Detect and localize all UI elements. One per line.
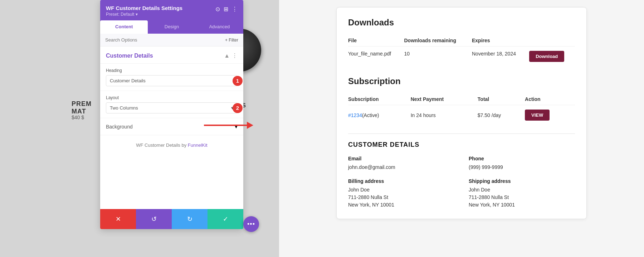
product-name: PREM MAT: [72, 100, 92, 115]
product-price: $40 $: [72, 115, 84, 120]
more-icon[interactable]: ⋮: [232, 6, 238, 13]
tab-design[interactable]: Design: [148, 20, 195, 34]
heading-field-group: Heading Customer Details 1: [100, 64, 243, 91]
redo-button[interactable]: ↻: [172, 209, 208, 229]
filter-button[interactable]: + Filter: [225, 38, 238, 43]
download-cell: Download: [529, 47, 575, 67]
subscription-link[interactable]: #1234: [348, 112, 362, 118]
panel-footer: WF Customer Details by FunnelKit: [100, 135, 243, 155]
panel-title-group: WF Customer Details Settings Preset: Def…: [106, 5, 182, 17]
tab-advanced[interactable]: Advanced: [196, 20, 243, 34]
subscription-id-cell: #1234(Active): [348, 105, 411, 125]
section-more-icon[interactable]: ⋮: [232, 52, 238, 59]
section-title: Customer Details: [106, 53, 153, 59]
shipping-value: John Doe 711-2880 Nulla St New York, NY …: [469, 186, 575, 209]
col-action-dl: [529, 35, 575, 47]
billing-value: John Doe 711-2880 Nulla St New York, NY …: [348, 186, 454, 209]
focus-icon[interactable]: ⊙: [215, 6, 220, 13]
email-value: john.doe@gmail.com: [348, 164, 454, 171]
col-downloads: Downloads remaining: [404, 35, 472, 47]
float-dots-button[interactable]: •••: [243, 216, 259, 232]
sub-col-action: Action: [525, 93, 575, 105]
panel-tabs: Content Design Advanced: [100, 20, 243, 34]
view-button[interactable]: VIEW: [525, 110, 550, 121]
phone-group: Phone (999) 999-9999: [469, 156, 575, 171]
heading-label: Heading: [106, 68, 238, 73]
panel-actions: ✕ ↺ ↻ ✓: [100, 209, 243, 229]
cancel-button[interactable]: ✕: [100, 209, 136, 229]
panel-header-icons: ⊙ ⊞ ⋮: [215, 6, 238, 13]
confirm-button[interactable]: ✓: [208, 209, 243, 229]
tab-content[interactable]: Content: [100, 20, 148, 34]
left-area: PREM MAT DISCS $40 $ WF Customer Details…: [0, 0, 279, 257]
details-grid: Email john.doe@gmail.com Phone (999) 999…: [348, 156, 575, 209]
table-row: Your_file_name.pdf 10 November 18, 2024 …: [348, 47, 575, 67]
expand-icon[interactable]: ⊞: [224, 6, 228, 13]
sub-col-next-payment: Next Payment: [411, 93, 478, 105]
panel-search: + Filter: [100, 34, 243, 47]
shipping-label: Shipping address: [469, 178, 575, 184]
chevron-up-icon[interactable]: ▲: [224, 53, 230, 59]
action-cell: VIEW: [525, 105, 575, 125]
right-area: Downloads File Downloads remaining Expir…: [279, 0, 644, 257]
subscription-row: #1234(Active) In 24 hours $7.50 /day VIE…: [348, 105, 575, 125]
subscription-section: Subscription Subscription Next Payment T…: [348, 76, 575, 125]
file-name: Your_file_name.pdf: [348, 47, 404, 67]
layout-select[interactable]: Two Columns ▾: [106, 102, 238, 113]
panel-preset[interactable]: Preset: Default ▾: [106, 12, 182, 17]
heading-badge: 1: [233, 76, 243, 86]
download-button[interactable]: Download: [529, 51, 564, 62]
layout-field-group: Layout Two Columns ▾ 2: [100, 91, 243, 118]
phone-label: Phone: [469, 156, 575, 161]
downloads-table: File Downloads remaining Expires Your_fi…: [348, 35, 575, 66]
sub-col-subscription: Subscription: [348, 93, 411, 105]
layout-label: Layout: [106, 95, 238, 100]
phone-value: (999) 999-9999: [469, 164, 575, 171]
background-label: Background: [106, 124, 133, 130]
downloads-heading: Downloads: [348, 18, 575, 28]
customer-details-heading: CUSTOMER DETAILS: [348, 141, 575, 149]
heading-input[interactable]: Customer Details: [106, 75, 238, 86]
divider: [348, 134, 575, 134]
panel-header: WF Customer Details Settings Preset: Def…: [100, 0, 243, 20]
col-expires: Expires: [472, 35, 529, 47]
panel-title: WF Customer Details Settings: [106, 5, 182, 11]
undo-button[interactable]: ↺: [136, 209, 172, 229]
funnelkit-link[interactable]: FunnelKit: [188, 142, 208, 148]
customer-card: Downloads File Downloads remaining Expir…: [336, 7, 587, 219]
email-group: Email john.doe@gmail.com: [348, 156, 454, 171]
arrow-shaft: [204, 125, 247, 126]
settings-panel: WF Customer Details Settings Preset: Def…: [100, 0, 243, 229]
email-label: Email: [348, 156, 454, 161]
col-file: File: [348, 35, 404, 47]
downloads-remaining: 10: [404, 47, 472, 67]
arrow-head: [247, 122, 253, 129]
shipping-group: Shipping address John Doe 711-2880 Nulla…: [469, 178, 575, 209]
arrow-indicator: [204, 122, 253, 129]
billing-label: Billing address: [348, 178, 454, 184]
total-cell: $7.50 /day: [478, 105, 525, 125]
layout-badge: 2: [233, 103, 243, 113]
subscription-table: Subscription Next Payment Total Action #…: [348, 93, 575, 125]
billing-group: Billing address John Doe 711-2880 Nulla …: [348, 178, 454, 209]
sub-col-total: Total: [478, 93, 525, 105]
section-header-icons: ▲ ⋮: [224, 52, 238, 59]
customer-details-section: Customer Details ▲ ⋮: [100, 47, 243, 64]
next-payment-cell: In 24 hours: [411, 105, 478, 125]
expires-date: November 18, 2024: [472, 47, 529, 67]
search-input[interactable]: [105, 37, 225, 43]
subscription-heading: Subscription: [348, 76, 575, 86]
